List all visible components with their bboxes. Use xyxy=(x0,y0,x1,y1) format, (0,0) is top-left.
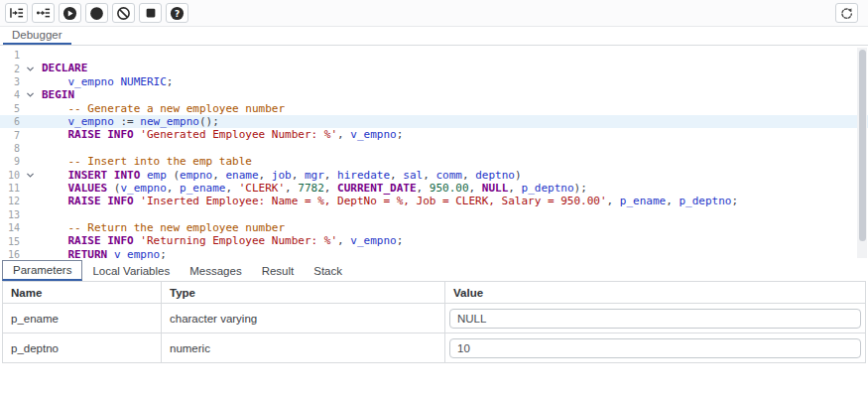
help-button[interactable]: ? xyxy=(166,3,188,23)
code-line: 1 xyxy=(0,49,868,62)
code-line-text[interactable]: v_empno := new_empno(); xyxy=(38,115,219,128)
code-line: 4BEGIN xyxy=(0,88,868,101)
step-over-icon xyxy=(36,6,51,20)
fold-chevron-icon[interactable] xyxy=(22,65,38,73)
line-number[interactable]: 11 xyxy=(0,183,22,194)
document-tab-bar: Debugger xyxy=(0,27,868,46)
param-name-cell: p_ename xyxy=(3,304,162,333)
code-line-text[interactable]: -- Return the new employee number xyxy=(38,221,285,234)
tab-stack[interactable]: Stack xyxy=(304,260,352,281)
line-number[interactable]: 7 xyxy=(0,130,22,141)
line-number[interactable]: 8 xyxy=(0,143,22,154)
code-line-text[interactable]: VALUES (v_empno, p_ename, 'CLERK', 7782,… xyxy=(38,182,587,195)
code-line: 7 RAISE INFO 'Generated Employee Number:… xyxy=(0,128,868,141)
clear-breakpoints-button[interactable] xyxy=(112,3,135,23)
stop-icon xyxy=(144,6,158,20)
code-line: 13 xyxy=(0,208,868,221)
line-number[interactable]: 9 xyxy=(0,156,22,167)
table-row: p_deptnonumeric xyxy=(3,333,866,363)
table-row: p_enamecharacter varying xyxy=(3,304,866,333)
line-number[interactable]: 3 xyxy=(0,76,22,87)
line-number[interactable]: 1 xyxy=(0,50,22,61)
tab-debugger[interactable]: Debugger xyxy=(3,27,71,45)
code-line: 15 RAISE INFO 'Returning Employee Number… xyxy=(0,234,868,247)
param-type-cell: character varying xyxy=(162,304,445,333)
code-line: 10 INSERT INTO emp (empno, ename, job, m… xyxy=(0,169,868,182)
param-value-input[interactable] xyxy=(449,338,861,358)
svg-text:?: ? xyxy=(175,8,180,18)
editor-scrollbar-thumb[interactable] xyxy=(859,50,866,241)
line-number[interactable]: 16 xyxy=(0,249,22,260)
code-line-text[interactable]: DECLARE xyxy=(38,62,87,74)
line-number[interactable]: 2 xyxy=(0,64,22,74)
code-line: 14 -- Return the new employee number xyxy=(0,221,868,234)
step-over-button[interactable] xyxy=(32,3,55,23)
editor-scrollbar[interactable] xyxy=(857,48,867,258)
code-line-text[interactable]: RAISE INFO 'Returning Employee Number: %… xyxy=(38,234,403,247)
code-line-text[interactable]: RAISE INFO 'Generated Employee Number: %… xyxy=(38,128,403,141)
column-header-type: Type xyxy=(162,282,445,304)
column-header-name: Name xyxy=(3,282,162,304)
continue-button[interactable] xyxy=(59,3,81,23)
line-number[interactable]: 14 xyxy=(0,222,22,233)
tab-parameters[interactable]: Parameters xyxy=(2,260,82,281)
debugger-toolbar: ? xyxy=(0,0,868,27)
tab-result[interactable]: Result xyxy=(252,260,305,281)
reset-icon xyxy=(839,6,854,21)
column-header-value: Value xyxy=(445,282,866,304)
line-number[interactable]: 13 xyxy=(0,209,22,220)
code-line: 3 v_empno NUMERIC; xyxy=(0,75,868,88)
parameters-panel: NameTypeValue p_enamecharacter varyingp_… xyxy=(0,281,868,399)
code-line: 8 xyxy=(0,142,868,155)
code-line: 6 v_empno := new_empno(); xyxy=(0,115,868,128)
line-number[interactable]: 10 xyxy=(0,170,22,181)
code-editor[interactable]: 12DECLARE3 v_empno NUMERIC;4BEGIN5 -- Ge… xyxy=(0,46,868,260)
code-line-text[interactable]: v_empno NUMERIC; xyxy=(38,75,173,88)
fold-chevron-icon[interactable] xyxy=(22,171,38,180)
continue-icon xyxy=(62,6,77,21)
code-line-text[interactable]: RETURN v_empno; xyxy=(38,248,167,260)
line-number[interactable]: 4 xyxy=(0,89,22,100)
param-value-input[interactable] xyxy=(449,309,861,329)
line-number[interactable]: 5 xyxy=(0,103,22,114)
code-lines: 12DECLARE3 v_empno NUMERIC;4BEGIN5 -- Ge… xyxy=(0,49,868,260)
debugger-controls: ? xyxy=(5,3,192,23)
fold-chevron-icon[interactable] xyxy=(22,90,38,99)
code-line-text[interactable]: BEGIN xyxy=(38,88,74,101)
code-line-text[interactable]: RAISE INFO 'Inserted Employee: Name = %,… xyxy=(38,195,738,207)
toggle-breakpoint-icon xyxy=(89,6,104,21)
code-line: 2DECLARE xyxy=(0,62,868,74)
code-line-text[interactable]: -- Generate a new employee number xyxy=(38,102,285,115)
tab-messages[interactable]: Messages xyxy=(180,260,251,281)
stop-button[interactable] xyxy=(139,3,162,23)
param-name-cell: p_deptno xyxy=(3,333,162,363)
debugger-window: ? Debugger 12DECLARE3 v_empno NUMERIC;4B… xyxy=(0,0,868,399)
debugger-panel-tabs: ParametersLocal VariablesMessagesResultS… xyxy=(0,260,868,281)
code-line: 12 RAISE INFO 'Inserted Employee: Name =… xyxy=(0,195,868,207)
tab-local-variables[interactable]: Local Variables xyxy=(82,260,180,281)
line-number[interactable]: 12 xyxy=(0,196,22,206)
code-line: 5 -- Generate a new employee number xyxy=(0,102,868,115)
step-into-button[interactable] xyxy=(5,3,28,23)
param-type-cell: numeric xyxy=(162,333,445,363)
clear-breakpoints-icon xyxy=(116,6,131,21)
param-value-cell xyxy=(445,304,866,333)
help-icon: ? xyxy=(170,6,185,21)
tab-debugger-label: Debugger xyxy=(12,29,62,41)
code-line-text[interactable]: INSERT INTO emp (empno, ename, job, mgr,… xyxy=(38,169,522,182)
param-value-cell xyxy=(445,333,866,363)
code-line: 9 -- Insert into the emp table xyxy=(0,155,868,168)
code-line: 16 RETURN v_empno; xyxy=(0,248,868,260)
parameters-table: NameTypeValue p_enamecharacter varyingp_… xyxy=(2,281,866,363)
reset-button[interactable] xyxy=(835,3,858,23)
code-line-text[interactable]: -- Insert into the emp table xyxy=(38,155,252,168)
step-into-icon xyxy=(9,6,24,20)
toggle-breakpoint-button[interactable] xyxy=(85,3,108,23)
line-number[interactable]: 6 xyxy=(0,116,22,127)
line-number[interactable]: 15 xyxy=(0,236,22,247)
code-line: 11 VALUES (v_empno, p_ename, 'CLERK', 77… xyxy=(0,182,868,195)
